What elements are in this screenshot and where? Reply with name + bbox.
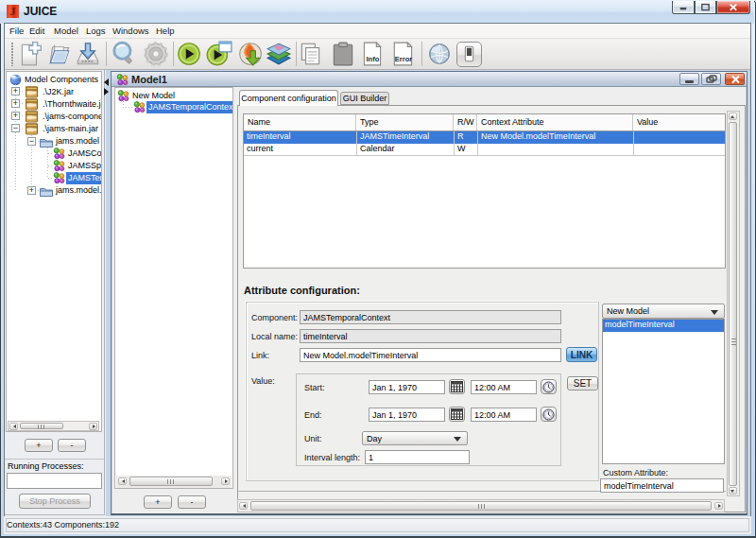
svg-text:Info: Info — [367, 55, 380, 63]
svg-text:Error: Error — [395, 55, 412, 63]
